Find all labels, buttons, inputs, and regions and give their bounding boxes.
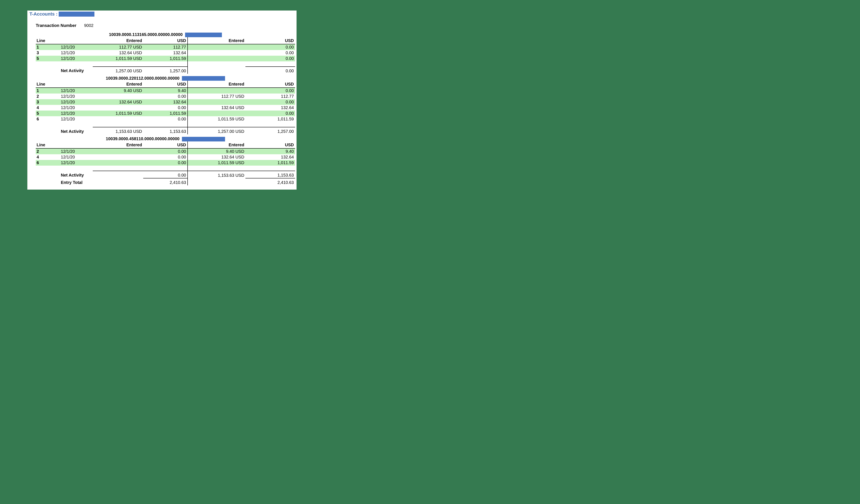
net-activity-row: Net Activity 1,257.00 USD 1,257.00 0.00: [36, 66, 295, 74]
transaction-number-label: Transaction Number: [36, 23, 84, 28]
cell-entered2: 9.40 USD: [188, 148, 246, 154]
table-row: 5 12/1/20 1,011.59 USD 1,011.59 0.00: [36, 110, 295, 116]
col-entered: Entered: [93, 81, 143, 88]
redaction-block: [182, 137, 225, 142]
spacer: [36, 122, 295, 127]
net-activity-label: Net Activity: [60, 171, 92, 178]
cell-entered2: 1,011.59 USD: [188, 116, 246, 122]
cell-usd: 0.00: [143, 116, 188, 122]
cell-entered2: [188, 44, 246, 50]
cell-usd2: 0.00: [245, 44, 295, 50]
col-usd: USD: [143, 37, 188, 44]
cell-usd2: 0.00: [245, 99, 295, 105]
cell-entered2: 1,011.59 USD: [188, 160, 246, 166]
cell-usd2: 112.77: [245, 93, 295, 99]
redaction-block: [59, 12, 95, 17]
account-code: 10039.0000.220112.0000.00000.00000: [36, 76, 295, 81]
net-activity-row: Net Activity 0.00 1,153.63 USD 1,153.63: [36, 171, 295, 178]
cell-usd2: 1,011.59: [245, 160, 295, 166]
net-entered2: 1,153.63 USD: [188, 171, 246, 178]
cell-entered2: [188, 99, 246, 105]
cell-line: 6: [36, 160, 60, 166]
cell-entered: 132.64 USD: [93, 99, 143, 105]
net-entered: 1,153.63 USD: [93, 127, 143, 134]
cell-entered2: [188, 50, 246, 56]
account-code: 10039.0000.113165.0000.00000.00000: [36, 32, 295, 37]
cell-usd: 132.64: [143, 50, 188, 56]
table-row: 1 12/1/20 112.77 USD 112.77 0.00: [36, 44, 295, 50]
net-usd: 1,257.00: [143, 66, 188, 74]
net-usd: 1,153.63: [143, 127, 188, 134]
col-usd2: USD: [245, 37, 295, 44]
col-usd: USD: [143, 81, 188, 88]
cell-entered2: 112.77 USD: [188, 93, 246, 99]
table-row: 3 12/1/20 132.64 USD 132.64 0.00: [36, 50, 295, 56]
cell-line: 3: [36, 99, 60, 105]
cell-date: 12/1/20: [60, 93, 92, 99]
cell-date: 12/1/20: [60, 88, 92, 93]
col-date: [60, 81, 92, 88]
net-entered2: [188, 66, 246, 74]
col-entered2: Entered: [188, 142, 246, 148]
cell-line: 1: [36, 88, 60, 93]
cell-line: 5: [36, 56, 60, 61]
cell-usd2: 9.40: [245, 148, 295, 154]
cell-usd: 0.00: [143, 148, 188, 154]
cell-date: 12/1/20: [60, 154, 92, 160]
table-header-row: Line Entered USD Entered USD: [36, 81, 295, 88]
page-title: T-Accounts :: [29, 11, 57, 17]
cell-usd2: 0.00: [245, 50, 295, 56]
table-row: 5 12/1/20 1,011.59 USD 1,011.59 0.00: [36, 56, 295, 61]
account-code-text: 10039.0000.458110.0000.00000.00000: [106, 136, 180, 141]
cell-line: 6: [36, 116, 60, 122]
col-usd: USD: [143, 142, 188, 148]
table-row: 3 12/1/20 132.64 USD 132.64 0.00: [36, 99, 295, 105]
cell-usd: 132.64: [143, 99, 188, 105]
redaction-block: [182, 76, 225, 81]
col-line: Line: [36, 81, 60, 88]
cell-usd: 0.00: [143, 154, 188, 160]
account-code-text: 10039.0000.113165.0000.00000.00000: [109, 32, 183, 37]
net-activity-row: Net Activity 1,153.63 USD 1,153.63 1,257…: [36, 127, 295, 134]
cell-usd2: 0.00: [245, 56, 295, 61]
col-entered: Entered: [93, 142, 143, 148]
cell-date: 12/1/20: [60, 105, 92, 110]
account-code-text: 10039.0000.220112.0000.00000.00000: [106, 76, 180, 80]
table-header-row: Line Entered USD Entered USD: [36, 142, 295, 148]
cell-entered2: 132.64 USD: [188, 105, 246, 110]
net-entered: 1,257.00 USD: [93, 66, 143, 74]
entry-total-usd: 2,410.63: [143, 178, 188, 186]
cell-date: 12/1/20: [60, 44, 92, 50]
cell-usd2: 132.64: [245, 154, 295, 160]
cell-line: 3: [36, 50, 60, 56]
title-row: T-Accounts :: [27, 11, 297, 17]
report-page: T-Accounts : Transaction Number 9002 100…: [27, 11, 297, 190]
cell-entered2: [188, 56, 246, 61]
cell-usd2: 132.64: [245, 105, 295, 110]
cell-usd2: 0.00: [245, 88, 295, 93]
cell-date: 12/1/20: [60, 99, 92, 105]
cell-date: 12/1/20: [60, 148, 92, 154]
table-row: 6 12/1/20 0.00 1,011.59 USD 1,011.59: [36, 116, 295, 122]
cell-entered: [93, 154, 143, 160]
t-account-table: Line Entered USD Entered USD 1 12/1/20 9…: [36, 81, 295, 134]
cell-entered2: 132.64 USD: [188, 154, 246, 160]
entry-total-usd2: 2,410.63: [245, 178, 295, 186]
cell-usd: 0.00: [143, 93, 188, 99]
table-header-row: Line Entered USD Entered USD: [36, 37, 295, 44]
cell-entered: [93, 105, 143, 110]
cell-date: 12/1/20: [60, 56, 92, 61]
cell-date: 12/1/20: [60, 160, 92, 166]
cell-usd2: 1,011.59: [245, 116, 295, 122]
cell-entered: 132.64 USD: [93, 50, 143, 56]
account-code: 10039.0000.458110.0000.00000.00000: [36, 136, 295, 142]
t-account-table: Line Entered USD Entered USD 2 12/1/20 0…: [36, 142, 295, 186]
net-usd2: 0.00: [245, 66, 295, 74]
cell-line: 1: [36, 44, 60, 50]
cell-usd2: 0.00: [245, 110, 295, 116]
cell-line: 4: [36, 154, 60, 160]
cell-usd: 1,011.59: [143, 56, 188, 61]
entry-total-row: Entry Total 2,410.63 2,410.63: [36, 178, 295, 186]
table-row: 4 12/1/20 0.00 132.64 USD 132.64: [36, 105, 295, 110]
col-entered2: Entered: [188, 81, 246, 88]
